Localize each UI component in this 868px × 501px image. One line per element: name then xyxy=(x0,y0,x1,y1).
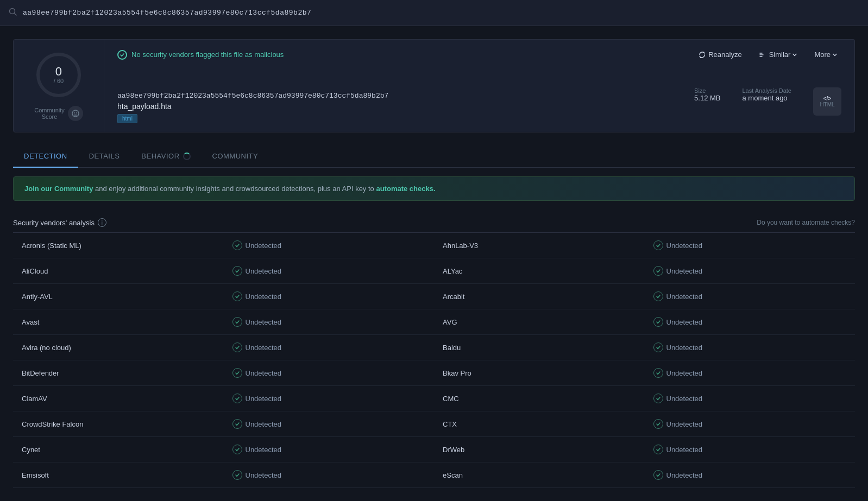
automate-text: Do you want to automate checks? xyxy=(757,219,855,226)
tabs-bar: DETECTION DETAILS BEHAVIOR COMMUNITY xyxy=(13,145,855,168)
check-circle-icon xyxy=(232,240,242,250)
date-value: a moment ago xyxy=(743,94,788,102)
table-row: Avast Undetected AVG Undetected xyxy=(13,309,855,335)
banner-middle-text: and enjoy additional community insights … xyxy=(95,185,376,193)
size-value: 5.12 MB xyxy=(694,94,720,102)
tab-details[interactable]: DETAILS xyxy=(78,145,131,168)
right-vendor-cell: Baidu xyxy=(434,335,645,360)
api-link[interactable]: automate checks. xyxy=(376,185,435,193)
svg-line-1 xyxy=(15,13,17,15)
table-row: Avira (no cloud) Undetected Baidu Undete… xyxy=(13,335,855,360)
file-size: Size 5.12 MB xyxy=(694,87,720,102)
table-row: CrowdStrike Falcon Undetected CTX Undete… xyxy=(13,411,855,437)
file-details-right: Size 5.12 MB Last Analysis Date a moment… xyxy=(694,87,841,116)
check-circle-icon xyxy=(653,470,663,480)
left-vendor-cell: Emsisoft xyxy=(13,462,224,487)
check-circle-icon xyxy=(653,343,663,352)
top-section: 0 / 60 Community Score xyxy=(13,39,855,132)
file-type-tag: html xyxy=(117,114,137,123)
right-status-cell: Undetected xyxy=(645,258,856,283)
file-info-row: aa98ee799bf2ba2f12023a5554f5e6c8c86357ad… xyxy=(117,87,841,123)
score-value: 0 xyxy=(54,66,64,78)
chevron-down-icon xyxy=(792,53,797,57)
check-circle-icon xyxy=(653,266,663,276)
check-circle-icon xyxy=(232,470,242,480)
community-link[interactable]: Join our Community xyxy=(24,185,93,193)
left-status-cell: Undetected xyxy=(224,360,435,385)
size-label: Size xyxy=(694,87,720,94)
date-label: Last Analysis Date xyxy=(743,87,792,94)
check-circle-icon xyxy=(232,368,242,378)
search-icon xyxy=(9,8,17,18)
check-circle-icon xyxy=(653,419,663,429)
more-button[interactable]: More xyxy=(810,48,841,61)
check-circle-icon xyxy=(232,317,242,327)
table-row: BitDefender Undetected Bkav Pro Undetect… xyxy=(13,360,855,386)
search-bar xyxy=(0,0,868,26)
info-icon[interactable]: i xyxy=(98,218,106,227)
detection-table: Acronis (Static ML) Undetected AhnLab-V3… xyxy=(13,233,855,488)
right-vendor-cell: DrWeb xyxy=(434,437,645,462)
left-vendor-cell: Antiy-AVL xyxy=(13,284,224,309)
svg-point-4 xyxy=(72,110,79,117)
right-vendor-cell: ALYac xyxy=(434,258,645,283)
right-status-cell: Undetected xyxy=(645,386,856,411)
score-circle: 0 / 60 xyxy=(34,50,83,99)
tab-behavior[interactable]: BEHAVIOR xyxy=(130,145,201,168)
left-vendor-cell: Avast xyxy=(13,309,224,334)
detection-section: Security vendors' analysis i Do you want… xyxy=(13,212,855,488)
left-status-cell: Undetected xyxy=(224,411,435,436)
left-vendor-cell: Avira (no cloud) xyxy=(13,335,224,360)
left-vendor-cell: CrowdStrike Falcon xyxy=(13,411,224,436)
left-vendor-cell: BitDefender xyxy=(13,360,224,385)
tab-detection[interactable]: DETECTION xyxy=(13,145,78,168)
left-status-cell: Undetected xyxy=(224,233,435,258)
check-circle-icon xyxy=(232,343,242,352)
table-row: ClamAV Undetected CMC Undetected xyxy=(13,386,855,411)
file-name: hta_payload.hta xyxy=(117,102,388,111)
right-status-cell: Undetected xyxy=(645,284,856,309)
left-vendor-cell: AliCloud xyxy=(13,258,224,283)
left-status-cell: Undetected xyxy=(224,309,435,334)
left-vendor-cell: Cynet xyxy=(13,437,224,462)
check-circle-icon xyxy=(653,368,663,378)
similar-button[interactable]: Similar xyxy=(755,48,802,61)
file-type-badge: </> HTML xyxy=(813,87,841,116)
table-row: Emsisoft Undetected eScan Undetected xyxy=(13,462,855,488)
score-label-row: Community Score xyxy=(34,106,83,121)
more-chevron-icon xyxy=(833,53,837,57)
svg-point-5 xyxy=(74,112,75,113)
tab-community[interactable]: COMMUNITY xyxy=(202,145,269,168)
section-header: Security vendors' analysis i Do you want… xyxy=(13,212,855,233)
reanalyze-button[interactable]: Reanalyze xyxy=(694,48,746,61)
right-status-cell: Undetected xyxy=(645,411,856,436)
check-circle-icon xyxy=(653,445,663,454)
right-vendor-cell: AhnLab-V3 xyxy=(434,233,645,258)
file-details-left: aa98ee799bf2ba2f12023a5554f5e6c8c86357ad… xyxy=(117,87,388,123)
main-content: 0 / 60 Community Score xyxy=(0,26,868,488)
similar-label: Similar xyxy=(769,50,791,59)
community-banner: Join our Community and enjoy additional … xyxy=(13,176,855,201)
check-circle-icon xyxy=(653,394,663,403)
right-status-cell: Undetected xyxy=(645,335,856,360)
status-clean: No security vendors flagged this file as… xyxy=(117,50,284,60)
right-status-cell: Undetected xyxy=(645,462,856,487)
more-label: More xyxy=(814,50,831,59)
badge-type: HTML xyxy=(820,102,834,107)
score-total: / 60 xyxy=(54,78,64,84)
right-vendor-cell: AVG xyxy=(434,309,645,334)
status-icon xyxy=(117,50,127,60)
check-circle-icon xyxy=(232,445,242,454)
check-circle-icon xyxy=(653,291,663,301)
check-circle-icon xyxy=(653,317,663,327)
left-vendor-cell: ClamAV xyxy=(13,386,224,411)
right-vendor-cell: Bkav Pro xyxy=(434,360,645,385)
check-circle-icon xyxy=(232,291,242,301)
file-info-panel: No security vendors flagged this file as… xyxy=(104,39,855,132)
search-input[interactable] xyxy=(23,9,859,17)
status-text: No security vendors flagged this file as… xyxy=(131,50,284,59)
check-circle-icon xyxy=(232,394,242,403)
left-status-cell: Undetected xyxy=(224,335,435,360)
left-status-cell: Undetected xyxy=(224,437,435,462)
right-vendor-cell: CMC xyxy=(434,386,645,411)
